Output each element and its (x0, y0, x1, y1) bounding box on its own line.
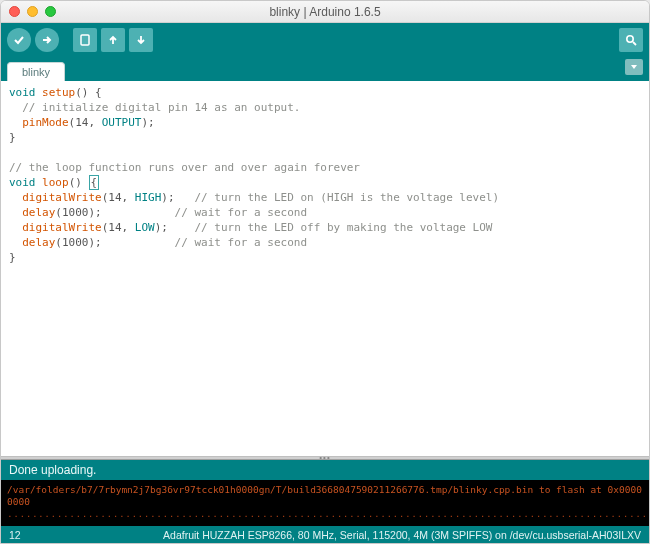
code-token: OUTPUT (102, 116, 142, 129)
code-token: ); (155, 221, 195, 234)
new-sketch-button[interactable] (73, 28, 97, 52)
code-token: (1000); (55, 206, 174, 219)
serial-monitor-button[interactable] (619, 28, 643, 52)
svg-point-1 (627, 36, 633, 42)
upload-button[interactable] (35, 28, 59, 52)
tab-strip: blinky (1, 57, 649, 81)
tab-menu-button[interactable] (625, 59, 643, 75)
open-sketch-button[interactable] (101, 28, 125, 52)
code-token: } (9, 251, 16, 264)
code-token: () (69, 176, 89, 189)
toolbar (1, 23, 649, 57)
code-token: ); (141, 116, 154, 129)
code-comment: // turn the LED on (HIGH is the voltage … (194, 191, 499, 204)
status-bar: Done uploading. (1, 460, 649, 480)
code-comment: // initialize digital pin 14 as an outpu… (9, 101, 300, 114)
code-token: (14, (102, 191, 135, 204)
code-token: () { (75, 86, 102, 99)
close-window-button[interactable] (9, 6, 20, 17)
window-titlebar: blinky | Arduino 1.6.5 (1, 1, 649, 23)
code-token: LOW (135, 221, 155, 234)
board-port-info: Adafruit HUZZAH ESP8266, 80 MHz, Serial,… (163, 529, 641, 541)
code-comment: // wait for a second (175, 236, 307, 249)
status-message: Done uploading. (9, 463, 96, 477)
save-sketch-button[interactable] (129, 28, 153, 52)
code-token: digitalWrite (9, 191, 102, 204)
window-controls (9, 6, 56, 17)
window-title: blinky | Arduino 1.6.5 (1, 5, 649, 19)
code-comment: // the loop function runs over and over … (9, 161, 360, 174)
code-token: delay (9, 236, 55, 249)
code-token: delay (9, 206, 55, 219)
code-comment: // turn the LED off by making the voltag… (194, 221, 492, 234)
code-token: (14, (102, 221, 135, 234)
code-comment: // wait for a second (175, 206, 307, 219)
maximize-window-button[interactable] (45, 6, 56, 17)
code-token: HIGH (135, 191, 162, 204)
footer-bar: 12 Adafruit HUZZAH ESP8266, 80 MHz, Seri… (1, 526, 649, 543)
tab-blinky[interactable]: blinky (7, 62, 65, 81)
code-token: (1000); (55, 236, 174, 249)
minimize-window-button[interactable] (27, 6, 38, 17)
code-token: } (9, 131, 16, 144)
code-cursor-brace: { (89, 175, 100, 190)
console-resize-handle[interactable] (1, 456, 649, 460)
console-progress-dots: ........................................… (7, 508, 643, 520)
code-token: (14, (69, 116, 102, 129)
code-token: ); (161, 191, 194, 204)
console-line: /var/folders/b7/7rbymn2j7bg36vr97tcck01h… (7, 484, 643, 508)
output-console[interactable]: /var/folders/b7/7rbymn2j7bg36vr97tcck01h… (1, 480, 649, 526)
verify-button[interactable] (7, 28, 31, 52)
cursor-line-indicator: 12 (9, 529, 21, 541)
code-token: setup (36, 86, 76, 99)
code-token: loop (36, 176, 69, 189)
code-token: pinMode (9, 116, 69, 129)
code-editor[interactable]: void setup() { // initialize digital pin… (1, 81, 649, 456)
arduino-ide-window: blinky | Arduino 1.6.5 blinky void setup… (0, 0, 650, 544)
code-token: void (9, 176, 36, 189)
svg-rect-0 (81, 35, 89, 45)
code-token: void (9, 86, 36, 99)
code-token: digitalWrite (9, 221, 102, 234)
